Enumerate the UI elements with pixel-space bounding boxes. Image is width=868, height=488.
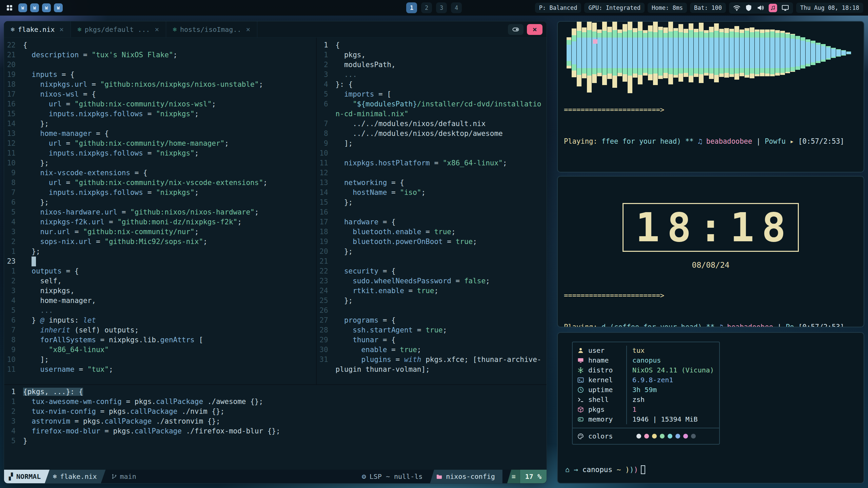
code-pane-iso-image[interactable]: 1{1 pkgs,2 modulesPath,3 ...4}: {5 impor… [317,38,547,384]
code-token: = { [57,70,75,79]
window-toggle-button[interactable] [508,24,524,35]
editor-tab[interactable]: ❄pkgs/default ...× [71,21,166,37]
workspace-tag-icon[interactable]: W [42,3,51,12]
line-number: 12 [4,139,23,148]
code-token: pkgs.xfce; [thunar-archive- [421,355,541,364]
code-token: = [ [374,90,391,98]
code-token [336,326,353,334]
code-token: ; [421,188,426,197]
code-text: ... [23,306,316,316]
code-pane-flake[interactable]: 22{21 description = "tux's NixOS Flake";… [4,38,317,384]
code-token: = [104,218,117,226]
tab-close-icon[interactable]: × [246,25,251,34]
code-line: 4 firefox-mod-blur = pkgs.callPackage ./… [4,426,547,436]
code-text: url = "github:nix-community/home-manager… [23,139,316,148]
code-token: = pkgs. [100,427,135,435]
code-token: callPackage [135,427,182,435]
apps-grid-icon[interactable] [5,3,14,13]
volume-icon[interactable] [757,4,764,12]
music-icon[interactable] [769,4,777,12]
workspace-1[interactable]: 1 [406,2,417,13]
code-token: inputs.nixpkgs.follows [49,149,143,157]
line-number: 19 [4,70,23,80]
palette-dot [691,434,696,439]
code-text [336,168,547,178]
line-number: 10 [4,355,23,365]
code-token: "github:nixos/nixos-hardware" [130,208,255,216]
clock-indicator[interactable]: Thu Aug 08, 18:18 [796,3,863,13]
workspace-2[interactable]: 2 [421,2,432,13]
code-text: nixos-hardware.url = "github:nixos/nixos… [23,207,316,217]
code-line: 2 modulesPath, [317,60,547,70]
code-line: 21 description = "tux's NixOS Flake"; [4,50,316,60]
code-line: 5} [4,436,547,446]
code-token: nixpkgs.url [40,80,87,88]
code-token: @ [40,316,45,324]
workspace-tag-icon[interactable]: W [30,3,39,12]
code-token: " [353,100,357,108]
code-token: "github:nix-community/home-manager" [75,139,225,147]
shell-prompt[interactable]: ⌂ → canopus ~ ))) [565,465,864,474]
code-text: description = "tux's NixOS Flake"; [23,50,316,60]
line-number: 3 [317,70,336,80]
code-token: true [426,326,443,334]
line-number: 8 [4,178,23,188]
code-token: = [70,228,83,236]
code-text: }: { [336,80,547,89]
palette-dot [636,434,641,439]
code-token: ; [473,238,477,246]
code-token: = nixpkgs.lib. [96,336,160,344]
code-line: 6 }; [4,198,316,207]
code-line: 13 home-manager = { [4,129,316,139]
code-token: }; [23,120,49,128]
fetch-value: 3h 59m [626,385,719,395]
viz-bar [739,29,744,76]
code-line: 19 inputs = { [4,70,316,80]
code-token: "iso" [400,188,421,197]
code-token: inputs: [44,316,83,324]
code-text: }; [23,198,316,207]
palette-icon [573,433,588,440]
line-number: 31 [317,355,336,365]
code-text: "${modulesPath}/installer/cd-dvd/install… [336,99,547,109]
window-close-button[interactable]: × [527,24,542,35]
line-number: 1 [4,247,23,257]
tab-close-icon[interactable]: × [155,25,159,34]
code-text: tux-nvim-config = pkgs.callPackage ./nvi… [23,407,547,416]
code-token: ./firefox-mod-blur {}; [182,427,280,435]
shield-icon[interactable] [745,4,752,12]
fetch-row: memory1946 | 15394 MiB [573,414,719,424]
workspace-3[interactable]: 3 [436,2,447,13]
line-number: 7 [4,325,23,335]
code-text: } [23,436,547,446]
code-token: ... [23,306,53,314]
editor-tab[interactable]: ❄hosts/isoImag..× [166,21,257,37]
code-pane-pkgs-default[interactable]: 1{pkgs, ...}: {1 tux-awesome-wm-config =… [4,384,547,470]
code-line: n-cd-minimal.nix" [317,109,547,119]
code-token: = pkgs. [96,407,130,415]
code-token [336,188,353,197]
line-number: 2 [4,276,23,286]
editor-tab[interactable]: ❄flake.nix× [4,21,71,37]
fetch-row: hnamecanopus [573,355,719,365]
line-number: 5 [4,306,23,316]
line-number: 14 [317,188,336,198]
text-segment: ) [625,466,630,474]
code-token: n-cd-minimal.nix" [336,110,409,118]
viz-bar [694,29,698,77]
code-token: rtkit.enable [353,287,404,295]
code-text: nixpkgs-f2k.url = "github:moni-dz/nixpkg… [23,217,316,227]
wifi-icon[interactable] [733,4,741,12]
code-text: nixpkgs.url = "github:nixos/nixpkgs/nixo… [23,80,316,89]
code-token: = { [62,267,79,275]
code-text: }; [23,247,316,257]
code-line: 27 programs = { [317,316,547,325]
workspace-tag-icon[interactable]: W [18,3,27,12]
line-number: 9 [317,139,336,148]
workspace-4[interactable]: 4 [451,2,462,13]
display-icon[interactable] [782,4,789,12]
tab-close-icon[interactable]: × [59,25,64,34]
workspace-tag-icon[interactable]: W [54,3,63,12]
text-segment: | [773,323,786,327]
code-token [23,257,32,265]
